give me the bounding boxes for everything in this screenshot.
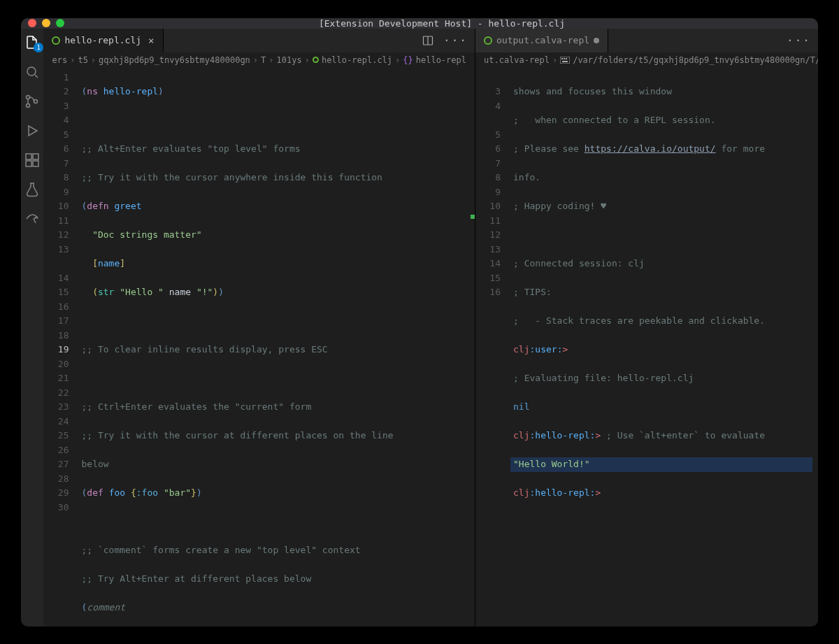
svg-rect-12 [560, 57, 570, 64]
breadcrumb-right[interactable]: ut.calva-repl› /var/folders/t5/gqxhj8pd6… [475, 52, 818, 68]
bc-segment[interactable]: T [261, 55, 266, 65]
code-editor-right[interactable]: 34 5678 9101112 13141516 shows and focus… [475, 68, 818, 627]
window-controls [28, 19, 64, 27]
svg-rect-15 [566, 58, 567, 59]
title-bar[interactable]: [Extension Development Host] - hello-rep… [21, 18, 818, 29]
namespace-icon: {} [403, 55, 413, 65]
close-icon[interactable]: × [148, 35, 154, 46]
share-icon[interactable] [24, 210, 41, 227]
explorer-icon[interactable]: 1 [24, 34, 41, 51]
maximize-icon[interactable] [56, 19, 64, 27]
bc-segment[interactable]: ers [52, 55, 67, 65]
svg-rect-7 [33, 154, 38, 159]
editor-pane-left: hello-repl.clj × ··· ers› t5› gqxhj8pd6p… [43, 29, 475, 627]
svg-rect-14 [564, 58, 565, 59]
bc-segment[interactable]: t5 [78, 55, 87, 65]
workbench-body: 1 [21, 29, 818, 627]
vscode-window: [Extension Development Host] - hello-rep… [21, 18, 818, 627]
svg-rect-16 [562, 61, 568, 62]
code-content[interactable]: (ns hello-repl) ;; Alt+Enter evaluates "… [78, 68, 475, 627]
tab-actions-right: ··· [780, 29, 818, 52]
split-editor-icon[interactable] [422, 35, 433, 46]
bc-segment[interactable]: 101ys [277, 55, 302, 65]
more-actions-icon[interactable]: ··· [787, 34, 811, 47]
clojure-file-icon [484, 36, 492, 45]
svg-rect-13 [561, 58, 563, 59]
bc-segment[interactable]: gqxhj8pd6p9_tnvy6sbtmy480000gn [99, 55, 250, 65]
bc-file[interactable]: hello-repl.clj [322, 55, 392, 65]
eval-indicator [471, 215, 475, 219]
editor-pane-right: output.calva-repl ··· ut.calva-repl› /va… [475, 29, 818, 627]
clojure-file-icon [52, 36, 60, 45]
close-icon[interactable] [28, 19, 36, 27]
svg-point-0 [27, 67, 36, 76]
dirty-indicator-icon [594, 38, 599, 43]
svg-rect-4 [26, 154, 31, 159]
code-content[interactable]: shows and focuses this window ; when con… [510, 68, 812, 627]
bc-path[interactable]: /var/folders/t5/gqxhj8pd6p9_tnvy6sbtmy48… [573, 55, 818, 65]
source-control-icon[interactable] [24, 93, 41, 110]
search-icon[interactable] [24, 64, 41, 80]
tab-row-left: hello-repl.clj × ··· [43, 29, 475, 52]
tab-row-right: output.calva-repl ··· [475, 29, 818, 52]
tab-actions-left: ··· [415, 29, 475, 52]
line-gutter: 1234 5678 9101112 13 1415 16171819 20212… [43, 68, 78, 627]
code-editor-left[interactable]: 1234 5678 9101112 13 1415 16171819 20212… [43, 68, 475, 627]
activity-bar: 1 [21, 29, 43, 627]
explorer-badge: 1 [34, 43, 43, 52]
minimap[interactable] [812, 68, 818, 627]
svg-point-1 [27, 95, 30, 99]
more-actions-icon[interactable]: ··· [443, 34, 468, 47]
run-debug-icon[interactable] [24, 122, 41, 139]
keyboard-icon [560, 57, 570, 64]
breadcrumb-left[interactable]: ers› t5› gqxhj8pd6p9_tnvy6sbtmy480000gn›… [43, 52, 475, 68]
bc-symbol[interactable]: hello-repl [416, 55, 466, 65]
editor-groups: hello-repl.clj × ··· ers› t5› gqxhj8pd6p… [43, 29, 818, 627]
tab-output-repl[interactable]: output.calva-repl [475, 29, 608, 52]
clojure-file-icon [313, 57, 319, 63]
line-gutter: 34 5678 9101112 13141516 [475, 68, 510, 627]
tab-label: hello-repl.clj [64, 35, 141, 45]
extensions-icon[interactable] [24, 152, 41, 169]
svg-rect-5 [26, 161, 31, 166]
minimize-icon[interactable] [42, 19, 50, 27]
svg-rect-6 [33, 161, 38, 166]
window-title: [Extension Development Host] - hello-rep… [73, 18, 811, 29]
tab-label: output.calva-repl [496, 35, 589, 45]
bc-file[interactable]: ut.calva-repl [484, 55, 550, 65]
tab-hello-repl[interactable]: hello-repl.clj × [43, 29, 163, 52]
svg-point-2 [27, 103, 30, 107]
testing-icon[interactable] [24, 181, 41, 198]
